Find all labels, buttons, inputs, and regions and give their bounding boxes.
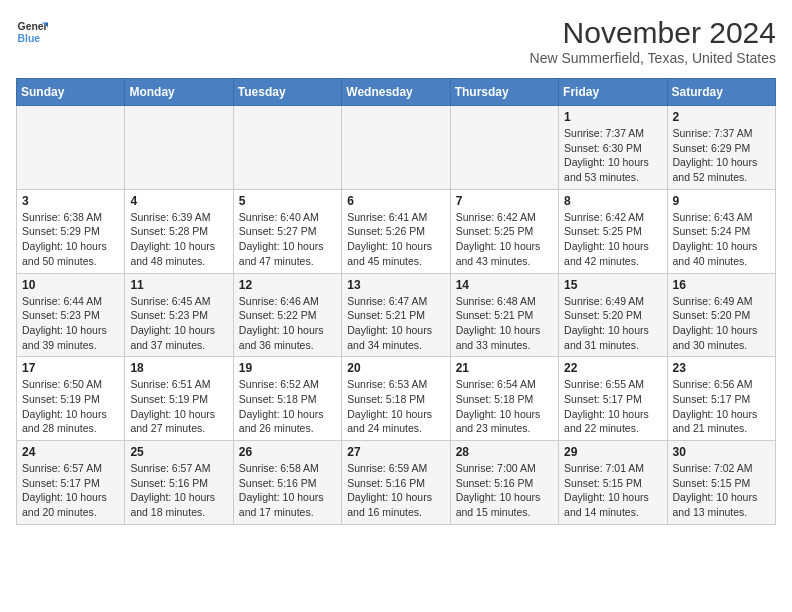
svg-text:Blue: Blue	[18, 33, 41, 44]
day-cell: 2Sunrise: 7:37 AM Sunset: 6:29 PM Daylig…	[667, 106, 775, 190]
day-cell: 23Sunrise: 6:56 AM Sunset: 5:17 PM Dayli…	[667, 357, 775, 441]
day-info: Sunrise: 6:42 AM Sunset: 5:25 PM Dayligh…	[456, 210, 553, 269]
day-info: Sunrise: 6:43 AM Sunset: 5:24 PM Dayligh…	[673, 210, 770, 269]
day-number: 10	[22, 278, 119, 292]
day-info: Sunrise: 7:01 AM Sunset: 5:15 PM Dayligh…	[564, 461, 661, 520]
day-number: 17	[22, 361, 119, 375]
week-row-2: 3Sunrise: 6:38 AM Sunset: 5:29 PM Daylig…	[17, 189, 776, 273]
day-cell: 7Sunrise: 6:42 AM Sunset: 5:25 PM Daylig…	[450, 189, 558, 273]
day-number: 4	[130, 194, 227, 208]
day-number: 13	[347, 278, 444, 292]
day-info: Sunrise: 6:46 AM Sunset: 5:22 PM Dayligh…	[239, 294, 336, 353]
day-info: Sunrise: 6:41 AM Sunset: 5:26 PM Dayligh…	[347, 210, 444, 269]
day-number: 24	[22, 445, 119, 459]
header-cell-friday: Friday	[559, 79, 667, 106]
day-cell: 15Sunrise: 6:49 AM Sunset: 5:20 PM Dayli…	[559, 273, 667, 357]
day-number: 14	[456, 278, 553, 292]
day-info: Sunrise: 6:57 AM Sunset: 5:16 PM Dayligh…	[130, 461, 227, 520]
day-cell: 27Sunrise: 6:59 AM Sunset: 5:16 PM Dayli…	[342, 441, 450, 525]
week-row-5: 24Sunrise: 6:57 AM Sunset: 5:17 PM Dayli…	[17, 441, 776, 525]
day-cell	[125, 106, 233, 190]
day-cell: 9Sunrise: 6:43 AM Sunset: 5:24 PM Daylig…	[667, 189, 775, 273]
day-cell: 6Sunrise: 6:41 AM Sunset: 5:26 PM Daylig…	[342, 189, 450, 273]
day-info: Sunrise: 6:49 AM Sunset: 5:20 PM Dayligh…	[564, 294, 661, 353]
day-number: 19	[239, 361, 336, 375]
day-info: Sunrise: 6:38 AM Sunset: 5:29 PM Dayligh…	[22, 210, 119, 269]
header-row: SundayMondayTuesdayWednesdayThursdayFrid…	[17, 79, 776, 106]
day-cell	[342, 106, 450, 190]
day-info: Sunrise: 6:57 AM Sunset: 5:17 PM Dayligh…	[22, 461, 119, 520]
day-info: Sunrise: 6:48 AM Sunset: 5:21 PM Dayligh…	[456, 294, 553, 353]
subtitle: New Summerfield, Texas, United States	[530, 50, 776, 66]
day-info: Sunrise: 6:59 AM Sunset: 5:16 PM Dayligh…	[347, 461, 444, 520]
day-info: Sunrise: 6:45 AM Sunset: 5:23 PM Dayligh…	[130, 294, 227, 353]
day-cell: 21Sunrise: 6:54 AM Sunset: 5:18 PM Dayli…	[450, 357, 558, 441]
day-info: Sunrise: 6:53 AM Sunset: 5:18 PM Dayligh…	[347, 377, 444, 436]
day-info: Sunrise: 6:54 AM Sunset: 5:18 PM Dayligh…	[456, 377, 553, 436]
main-title: November 2024	[530, 16, 776, 50]
day-info: Sunrise: 6:55 AM Sunset: 5:17 PM Dayligh…	[564, 377, 661, 436]
day-cell: 29Sunrise: 7:01 AM Sunset: 5:15 PM Dayli…	[559, 441, 667, 525]
day-info: Sunrise: 6:50 AM Sunset: 5:19 PM Dayligh…	[22, 377, 119, 436]
day-number: 21	[456, 361, 553, 375]
day-cell: 5Sunrise: 6:40 AM Sunset: 5:27 PM Daylig…	[233, 189, 341, 273]
day-info: Sunrise: 7:37 AM Sunset: 6:29 PM Dayligh…	[673, 126, 770, 185]
day-cell: 20Sunrise: 6:53 AM Sunset: 5:18 PM Dayli…	[342, 357, 450, 441]
day-number: 9	[673, 194, 770, 208]
day-cell: 19Sunrise: 6:52 AM Sunset: 5:18 PM Dayli…	[233, 357, 341, 441]
day-cell: 18Sunrise: 6:51 AM Sunset: 5:19 PM Dayli…	[125, 357, 233, 441]
day-number: 26	[239, 445, 336, 459]
day-number: 1	[564, 110, 661, 124]
day-cell: 16Sunrise: 6:49 AM Sunset: 5:20 PM Dayli…	[667, 273, 775, 357]
day-cell: 25Sunrise: 6:57 AM Sunset: 5:16 PM Dayli…	[125, 441, 233, 525]
day-info: Sunrise: 6:44 AM Sunset: 5:23 PM Dayligh…	[22, 294, 119, 353]
day-number: 23	[673, 361, 770, 375]
logo: General Blue	[16, 16, 48, 48]
day-number: 2	[673, 110, 770, 124]
header-cell-sunday: Sunday	[17, 79, 125, 106]
day-number: 5	[239, 194, 336, 208]
week-row-3: 10Sunrise: 6:44 AM Sunset: 5:23 PM Dayli…	[17, 273, 776, 357]
day-number: 20	[347, 361, 444, 375]
day-cell: 12Sunrise: 6:46 AM Sunset: 5:22 PM Dayli…	[233, 273, 341, 357]
day-number: 11	[130, 278, 227, 292]
day-number: 16	[673, 278, 770, 292]
day-number: 29	[564, 445, 661, 459]
day-info: Sunrise: 6:51 AM Sunset: 5:19 PM Dayligh…	[130, 377, 227, 436]
day-info: Sunrise: 6:40 AM Sunset: 5:27 PM Dayligh…	[239, 210, 336, 269]
day-info: Sunrise: 6:58 AM Sunset: 5:16 PM Dayligh…	[239, 461, 336, 520]
day-cell	[233, 106, 341, 190]
header-cell-saturday: Saturday	[667, 79, 775, 106]
calendar-table: SundayMondayTuesdayWednesdayThursdayFrid…	[16, 78, 776, 525]
header-cell-tuesday: Tuesday	[233, 79, 341, 106]
day-number: 25	[130, 445, 227, 459]
header-cell-thursday: Thursday	[450, 79, 558, 106]
day-number: 3	[22, 194, 119, 208]
day-number: 18	[130, 361, 227, 375]
day-info: Sunrise: 6:42 AM Sunset: 5:25 PM Dayligh…	[564, 210, 661, 269]
day-info: Sunrise: 7:02 AM Sunset: 5:15 PM Dayligh…	[673, 461, 770, 520]
day-cell: 24Sunrise: 6:57 AM Sunset: 5:17 PM Dayli…	[17, 441, 125, 525]
day-cell	[17, 106, 125, 190]
day-cell: 10Sunrise: 6:44 AM Sunset: 5:23 PM Dayli…	[17, 273, 125, 357]
day-info: Sunrise: 6:49 AM Sunset: 5:20 PM Dayligh…	[673, 294, 770, 353]
title-block: November 2024 New Summerfield, Texas, Un…	[530, 16, 776, 66]
week-row-4: 17Sunrise: 6:50 AM Sunset: 5:19 PM Dayli…	[17, 357, 776, 441]
header-cell-wednesday: Wednesday	[342, 79, 450, 106]
day-number: 30	[673, 445, 770, 459]
day-cell: 17Sunrise: 6:50 AM Sunset: 5:19 PM Dayli…	[17, 357, 125, 441]
day-info: Sunrise: 6:39 AM Sunset: 5:28 PM Dayligh…	[130, 210, 227, 269]
day-cell: 14Sunrise: 6:48 AM Sunset: 5:21 PM Dayli…	[450, 273, 558, 357]
day-cell: 1Sunrise: 7:37 AM Sunset: 6:30 PM Daylig…	[559, 106, 667, 190]
day-info: Sunrise: 7:37 AM Sunset: 6:30 PM Dayligh…	[564, 126, 661, 185]
day-number: 27	[347, 445, 444, 459]
calendar-header: SundayMondayTuesdayWednesdayThursdayFrid…	[17, 79, 776, 106]
day-cell: 30Sunrise: 7:02 AM Sunset: 5:15 PM Dayli…	[667, 441, 775, 525]
day-info: Sunrise: 6:47 AM Sunset: 5:21 PM Dayligh…	[347, 294, 444, 353]
day-number: 22	[564, 361, 661, 375]
day-cell: 4Sunrise: 6:39 AM Sunset: 5:28 PM Daylig…	[125, 189, 233, 273]
header-cell-monday: Monday	[125, 79, 233, 106]
day-info: Sunrise: 6:56 AM Sunset: 5:17 PM Dayligh…	[673, 377, 770, 436]
calendar-body: 1Sunrise: 7:37 AM Sunset: 6:30 PM Daylig…	[17, 106, 776, 525]
day-cell: 8Sunrise: 6:42 AM Sunset: 5:25 PM Daylig…	[559, 189, 667, 273]
